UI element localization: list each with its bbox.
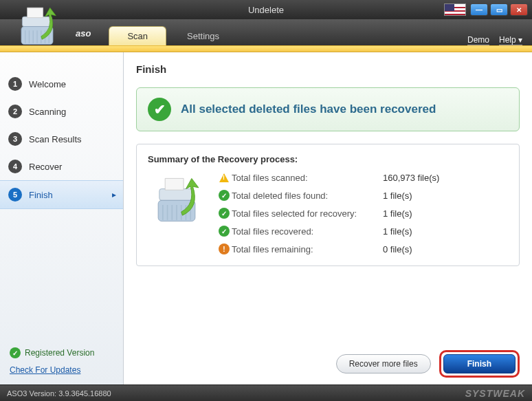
page-title: Finish [136,63,520,75]
step-number-icon: 1 [8,77,22,91]
summary-label: Total files recovered: [232,226,383,237]
warning-icon [219,173,229,182]
step-scan-results[interactable]: 3Scan Results [0,125,123,153]
watermark: SYSTWEAK [465,388,525,399]
summary-heading: Summary of the Recovery process: [148,154,508,164]
summary-shredder-icon [148,173,206,254]
success-message: All selected deleted files have been rec… [181,102,436,116]
steps-list: 1Welcome2Scanning3Scan Results4Recover5F… [0,70,123,209]
check-icon: ✓ [10,347,21,358]
titlebar: Undelete — ▭ ✕ [0,0,532,19]
finish-button-highlight: Finish [439,350,520,378]
step-label: Welcome [29,79,66,89]
accent-strip [0,45,532,52]
check-icon: ✓ [219,208,230,219]
summary-label: Total files selected for recovery: [232,208,383,219]
check-icon: ✓ [219,190,230,201]
summary-row: ✓Total files selected for recovery:1 fil… [217,208,508,219]
summary-value: 160,973 file(s) [383,173,439,183]
check-icon: ✓ [219,226,230,237]
success-check-icon: ✔ [148,98,171,121]
summary-label: Total files scanned: [232,173,383,183]
step-number-icon: 5 [8,188,22,202]
tab-scan[interactable]: Scan [109,26,166,45]
header: aso Scan Settings Demo Help ▾ [0,19,532,45]
sidebar: 1Welcome2Scanning3Scan Results4Recover5F… [0,52,124,384]
step-number-icon: 3 [8,132,22,146]
step-finish[interactable]: 5Finish [0,180,123,209]
link-demo[interactable]: Demo [467,35,489,45]
summary-label: Total files remaining: [232,244,383,254]
summary-row: !Total files remaining:0 file(s) [217,243,508,254]
summary-rows: Total files scanned:160,973 file(s)✓Tota… [217,173,508,254]
step-label: Recover [29,162,62,172]
summary-row: Total files scanned:160,973 file(s) [217,173,508,183]
minimize-button[interactable]: — [470,3,488,16]
step-label: Scanning [29,107,66,117]
window-title: Undelete [248,5,284,15]
alert-icon: ! [219,243,230,254]
summary-row: ✓Total deleted files found:1 file(s) [217,190,508,201]
summary-box: Summary of the Recovery process: Total f… [136,144,520,266]
app-logo-icon [7,3,67,55]
step-welcome[interactable]: 1Welcome [0,70,123,98]
summary-value: 1 file(s) [383,191,412,201]
step-scanning[interactable]: 2Scanning [0,98,123,125]
status-bar: ASO3 Version: 3.9.3645.16880 SYSTWEAK [0,384,532,401]
tab-settings[interactable]: Settings [169,26,237,45]
summary-row: ✓Total files recovered:1 file(s) [217,226,508,237]
main-panel: Finish ✔ All selected deleted files have… [124,52,532,384]
language-flag-icon[interactable] [444,3,466,16]
close-button[interactable]: ✕ [510,3,528,16]
step-recover[interactable]: 4Recover [0,153,123,180]
registered-status: ✓ Registered Version [10,347,113,358]
summary-label: Total deleted files found: [232,191,383,201]
step-number-icon: 4 [8,160,22,173]
summary-value: 0 file(s) [383,244,412,254]
step-label: Scan Results [29,134,82,144]
summary-value: 1 file(s) [383,208,412,219]
link-help[interactable]: Help ▾ [499,35,522,45]
step-number-icon: 2 [8,105,22,118]
summary-value: 1 file(s) [383,226,412,237]
check-updates-link[interactable]: Check For Updates [10,365,80,375]
step-label: Finish [29,190,53,200]
finish-button[interactable]: Finish [443,354,516,373]
success-banner: ✔ All selected deleted files have been r… [136,87,520,131]
brand-label: aso [76,28,91,39]
recover-more-button[interactable]: Recover more files [336,354,431,373]
version-label: ASO3 Version: 3.9.3645.16880 [7,389,111,398]
maximize-button[interactable]: ▭ [490,3,508,16]
